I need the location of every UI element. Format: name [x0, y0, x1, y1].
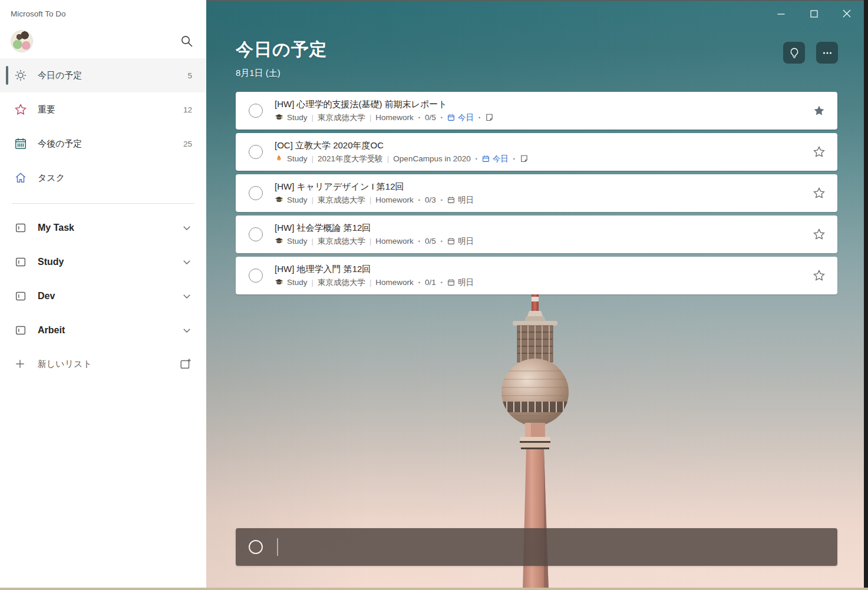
task-project: 東京成徳大学 [318, 277, 365, 288]
dot-separator: • [418, 197, 420, 203]
flame-icon [275, 154, 283, 163]
dot-separator: • [441, 115, 443, 121]
due-calendar-icon [447, 114, 455, 121]
new-list-button[interactable]: 新しいリスト [0, 347, 206, 380]
maximize-button[interactable] [797, 5, 830, 22]
window-title: Microsoft To Do [0, 0, 206, 24]
task-row[interactable]: [HW] 社会学概論 第12回 Study | 東京成徳大学 | Homewor… [236, 216, 837, 253]
minimize-button[interactable] [764, 5, 797, 22]
due-date-label: 今日 [493, 154, 509, 164]
sidebar-group-mytask[interactable]: My Task [0, 211, 206, 245]
list-group-icon [14, 256, 27, 269]
task-category: Homework [375, 237, 414, 246]
due-date-label: 明日 [458, 277, 474, 288]
chevron-down-icon[interactable] [181, 325, 192, 336]
dot-separator: • [476, 156, 477, 162]
group-label: Dev [38, 291, 55, 301]
task-text: [HW] 社会学概論 第12回 Study | 東京成徳大学 | Homewor… [275, 223, 813, 247]
task-category: Homework [375, 278, 414, 287]
separator: | [312, 154, 313, 163]
maximize-icon [810, 10, 818, 18]
complete-task-checkbox[interactable] [249, 269, 263, 283]
note-icon [485, 113, 494, 122]
separator: | [312, 113, 313, 122]
task-title: [HW] キャリアデザイン I 第12回 [275, 181, 813, 193]
separator: | [369, 195, 371, 204]
suggestions-button[interactable] [783, 42, 805, 64]
task-progress: 0/5 [425, 113, 436, 122]
importance-star[interactable] [813, 228, 826, 241]
sidebar-item-planned[interactable]: 今後の予定 25 [0, 127, 206, 161]
sidebar-item-today[interactable]: 今日の予定 5 [0, 58, 206, 92]
task-list-name: Study [287, 113, 308, 122]
minimize-icon [777, 10, 785, 18]
dot-separator: • [441, 238, 443, 244]
separator: | [312, 278, 313, 287]
sidebar-group-arbeit[interactable]: Arbeit [0, 313, 206, 347]
add-task-input[interactable] [236, 528, 837, 566]
separator: | [369, 113, 371, 122]
task-row[interactable]: [OC] 立教大学 2020年度OC Study | 2021年度大学受験 | … [236, 133, 837, 171]
importance-star[interactable] [813, 187, 826, 200]
task-category: Homework [375, 113, 414, 122]
list-group-icon [14, 324, 27, 337]
group-label: Study [38, 257, 64, 267]
close-button[interactable] [830, 5, 863, 22]
separator: | [312, 237, 313, 246]
due-calendar-icon [447, 279, 455, 286]
sidebar: Microsoft To Do 今日の予定 5 重要 [0, 0, 206, 590]
group-label: Arbeit [38, 325, 65, 336]
task-list: [HW] 心理学的支援法(基礎) 前期末レポート Study | 東京成徳大学 … [236, 92, 837, 298]
avatar[interactable] [11, 30, 33, 52]
due-date-badge: 明日 [447, 195, 474, 205]
task-row[interactable]: [HW] 心理学的支援法(基礎) 前期末レポート Study | 東京成徳大学 … [236, 92, 837, 130]
complete-task-checkbox[interactable] [249, 145, 263, 159]
complete-task-checkbox[interactable] [249, 227, 263, 241]
dot-separator: • [418, 115, 420, 121]
text-cursor [277, 538, 278, 556]
header-actions [783, 42, 838, 64]
microsoft-todo-window: Microsoft To Do 今日の予定 5 重要 [0, 0, 868, 590]
complete-task-checkbox[interactable] [249, 104, 263, 118]
search-button[interactable] [178, 32, 196, 50]
task-meta: Study | 東京成徳大学 | Homework • 0/5 • 今日 • [275, 112, 813, 123]
separator: | [312, 195, 313, 204]
task-category: OpenCampus in 2020 [393, 154, 470, 163]
importance-star-filled[interactable] [813, 104, 826, 117]
graduation-cap-icon [275, 278, 283, 287]
dot-separator: • [441, 197, 443, 203]
importance-star[interactable] [813, 145, 826, 158]
complete-task-checkbox[interactable] [249, 186, 263, 200]
chevron-down-icon[interactable] [181, 291, 192, 301]
calendar-icon [14, 137, 27, 150]
task-text: [HW] 心理学的支援法(基礎) 前期末レポート Study | 東京成徳大学 … [275, 99, 813, 123]
dot-separator: • [418, 238, 420, 244]
chevron-down-icon[interactable] [181, 223, 192, 233]
sidebar-item-count: 12 [183, 105, 192, 114]
new-group-icon[interactable] [179, 357, 192, 370]
sidebar-group-study[interactable]: Study [0, 245, 206, 279]
new-list-label: 新しいリスト [38, 359, 92, 370]
sidebar-item-label: タスク [38, 173, 65, 184]
task-row[interactable]: [HW] キャリアデザイン I 第12回 Study | 東京成徳大学 | Ho… [236, 174, 837, 212]
sun-icon [14, 69, 27, 82]
graduation-cap-icon [275, 113, 283, 122]
sidebar-item-label: 今日の予定 [38, 70, 82, 81]
task-row[interactable]: [HW] 地理学入門 第12回 Study | 東京成徳大学 | Homewor… [236, 257, 837, 294]
more-options-button[interactable] [816, 42, 838, 64]
sidebar-item-label: 重要 [38, 104, 55, 115]
due-date-label: 明日 [458, 195, 474, 205]
home-icon [14, 171, 27, 184]
separator: | [387, 154, 389, 163]
task-category: Homework [375, 195, 414, 204]
task-text: [HW] キャリアデザイン I 第12回 Study | 東京成徳大学 | Ho… [275, 181, 813, 205]
sidebar-item-important[interactable]: 重要 12 [0, 92, 206, 127]
star-icon [14, 103, 27, 116]
sidebar-group-dev[interactable]: Dev [0, 279, 206, 313]
chevron-down-icon[interactable] [181, 257, 192, 267]
sidebar-item-tasks[interactable]: タスク [0, 161, 206, 195]
importance-star[interactable] [813, 269, 826, 282]
task-list-name: Study [287, 154, 308, 163]
task-meta: Study | 東京成徳大学 | Homework • 0/1 • 明日 [275, 277, 813, 288]
task-progress: 0/5 [425, 237, 436, 246]
